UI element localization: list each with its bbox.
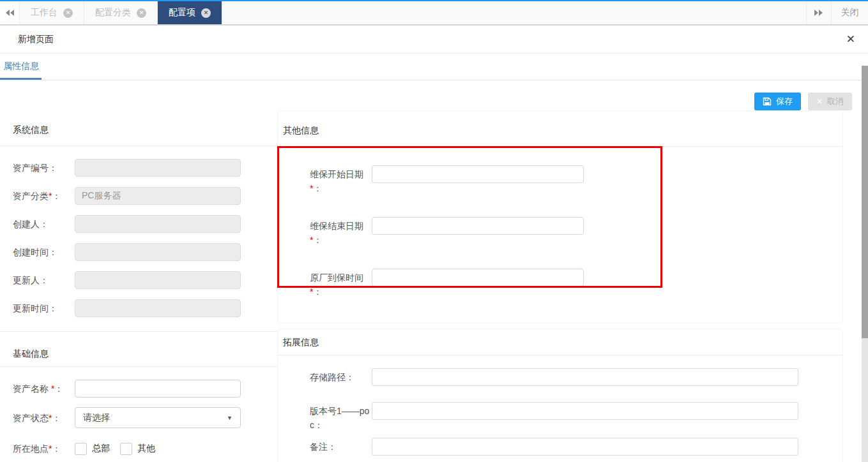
save-floppy-icon <box>763 97 772 106</box>
tab-attribute-info[interactable]: 属性信息 <box>0 54 42 80</box>
field-row-asset-name: 资产名称 *： <box>13 380 277 398</box>
panel-header: 新增页面 ✕ <box>0 26 868 54</box>
field-label: 维保开始日期 *： <box>310 165 372 195</box>
system-info-fields: 资产编号： 资产分类*： 创建人： 创建时间： 更新人： 更新时间： <box>0 146 277 317</box>
tab-label: 配置项 <box>169 7 195 19</box>
close-icon[interactable]: ✕ <box>846 34 855 45</box>
checkbox-label: 总部 <box>92 443 110 454</box>
field-label: 更新时间： <box>13 302 75 315</box>
field-row-update-time: 更新时间： <box>13 299 277 317</box>
save-button[interactable]: 保存 <box>754 93 801 110</box>
tab-bar-spacer <box>222 1 806 24</box>
double-right-arrow-icon <box>814 9 824 17</box>
asset-number-input <box>75 159 241 177</box>
updater-input <box>75 271 241 289</box>
right-column: 其他信息 维保开始日期 *： 维保结束日期 *： 原厂到保时间 *： 拓展信息 <box>277 110 868 462</box>
section-header-system-info: 系统信息 <box>0 110 277 146</box>
chevron-down-icon: ▼ <box>227 415 232 421</box>
field-row-creator: 创建人： <box>13 215 277 233</box>
scrollbar-thumb[interactable] <box>862 66 868 338</box>
field-row-version: 版本号1——poc： <box>310 402 842 432</box>
field-row-asset-number: 资产编号： <box>13 159 277 177</box>
field-row-create-time: 创建时间： <box>13 243 277 261</box>
remark-input[interactable] <box>372 438 798 456</box>
scrollbar-track[interactable] <box>862 338 868 462</box>
cancel-button-label: 取消 <box>827 96 844 107</box>
asset-status-select[interactable]: 请选择 ▼ <box>75 407 241 428</box>
field-label: 所在地点*： <box>13 442 75 455</box>
tab-config-category[interactable]: 配置分类 ✕ <box>84 1 158 24</box>
scroll-tabs-left-button[interactable] <box>0 1 20 24</box>
field-label: 存储路径： <box>310 368 372 384</box>
field-label: 原厂到保时间 *： <box>310 269 372 299</box>
field-label: 备注： <box>310 438 372 454</box>
field-row-asset-category: 资产分类*： <box>13 187 277 205</box>
maintenance-start-date-input[interactable] <box>372 165 584 183</box>
form-body: 系统信息 资产编号： 资产分类*： 创建人： 创建时间： 更新人： <box>0 110 868 462</box>
create-time-input <box>75 243 241 261</box>
section-other-info: 其他信息 维保开始日期 *： 维保结束日期 *： 原厂到保时间 *： <box>277 110 843 324</box>
field-row-maintenance-start: 维保开始日期 *： <box>310 165 842 195</box>
asset-name-input[interactable] <box>75 380 241 398</box>
field-label: 资产分类*： <box>13 190 75 202</box>
tab-config-item[interactable]: 配置项 ✕ <box>158 1 222 24</box>
location-checkbox-hq[interactable] <box>75 443 87 455</box>
field-row-storage-path: 存储路径： <box>310 368 842 386</box>
field-row-updater: 更新人： <box>13 271 277 289</box>
field-label: 资产状态*： <box>13 412 75 424</box>
field-label: 资产名称 *： <box>13 382 75 395</box>
cancel-x-icon: ✕ <box>816 97 823 106</box>
field-label: 维保结束日期 *： <box>310 217 372 247</box>
field-label: 资产编号： <box>13 161 75 174</box>
form-toolbar: 保存 ✕ 取消 <box>0 93 868 110</box>
warranty-expire-input[interactable] <box>372 269 584 287</box>
tab-workbench[interactable]: 工作台 ✕ <box>20 1 84 24</box>
extend-info-fields: 存储路径： 版本号1——poc： 备注： IP： <box>278 355 842 462</box>
section-header-extend-info: 拓展信息 <box>278 329 842 355</box>
field-label: 创建时间： <box>13 246 75 258</box>
close-all-tabs-button[interactable]: 关闭 <box>832 1 868 24</box>
select-value: 请选择 <box>83 412 110 424</box>
checkbox-label: 其他 <box>137 443 155 454</box>
field-label: 创建人： <box>13 218 75 230</box>
section-extend-info: 拓展信息 存储路径： 版本号1——poc： 备注： IP： <box>277 329 843 462</box>
maintenance-end-date-input[interactable] <box>372 217 584 235</box>
basic-info-fields: 资产名称 *： 资产状态*： 请选择 ▼ 所在地点*： 总部 其他 <box>0 367 277 458</box>
left-column: 系统信息 资产编号： 资产分类*： 创建人： 创建时间： 更新人： <box>0 110 277 458</box>
update-time-input <box>75 299 241 317</box>
tab-close-icon[interactable]: ✕ <box>137 8 146 18</box>
field-row-asset-status: 资产状态*： 请选择 ▼ <box>13 407 277 428</box>
scroll-tabs-right-button[interactable] <box>806 1 832 24</box>
page-title: 新增页面 <box>18 34 54 45</box>
tab-label: 工作台 <box>31 7 57 19</box>
save-button-label: 保存 <box>776 96 793 107</box>
field-row-remark: 备注： <box>310 438 842 456</box>
cancel-button[interactable]: ✕ 取消 <box>808 93 852 110</box>
field-row-location: 所在地点*： 总部 其他 <box>13 440 277 458</box>
storage-path-input[interactable] <box>372 368 798 386</box>
location-checkbox-group: 总部 其他 <box>75 443 160 455</box>
section-header-other-info: 其他信息 <box>278 111 842 147</box>
section-header-basic-info: 基础信息 <box>0 332 277 367</box>
field-label: 版本号1——poc： <box>310 402 372 432</box>
location-checkbox-other[interactable] <box>120 443 132 455</box>
window-tab-bar: 工作台 ✕ 配置分类 ✕ 配置项 ✕ 关闭 <box>0 1 868 26</box>
field-label: 更新人： <box>13 274 75 287</box>
tab-label: 配置分类 <box>95 7 131 19</box>
version-input[interactable] <box>372 402 798 420</box>
field-row-warranty-expire: 原厂到保时间 *： <box>310 269 842 299</box>
panel-tabs: 属性信息 <box>0 54 868 80</box>
tab-close-icon[interactable]: ✕ <box>201 8 211 18</box>
creator-input <box>75 215 241 233</box>
tab-close-icon[interactable]: ✕ <box>63 8 73 18</box>
field-row-maintenance-end: 维保结束日期 *： <box>310 217 842 247</box>
other-info-fields: 维保开始日期 *： 维保结束日期 *： 原厂到保时间 *： <box>278 147 842 323</box>
double-left-arrow-icon <box>4 9 15 17</box>
asset-category-input <box>75 187 241 205</box>
